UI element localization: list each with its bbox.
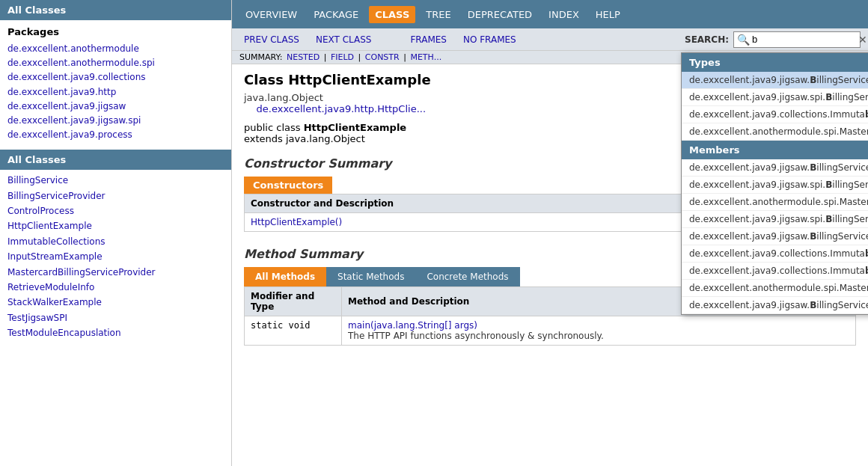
class-link-7[interactable]: MastercardBillingServiceProvider [7, 265, 224, 280]
bold-b-1: B [810, 75, 816, 85]
class-name-bold: HttpClientExample [304, 122, 407, 133]
dropdown-type-item-1[interactable]: de.exxcellent.java9.jigsaw.BillingServic… [682, 72, 868, 89]
member-item-4[interactable]: de.exxcellent.java9.jigsaw.spi.BillingSe… [682, 211, 868, 228]
member-item-9[interactable]: de.exxcellent.java9.jigsaw.BillingServic… [682, 297, 868, 314]
method-cell: main(java.lang.String[] args) The HTTP A… [342, 316, 856, 346]
dropdown-type-item-4[interactable]: de.exxcellent.anothermodule.spi.Masterca… [682, 123, 868, 141]
package-link-7[interactable]: de.exxcellent.java9.process [7, 128, 224, 142]
package-link-3[interactable]: de.exxcellent.java9.collections [7, 70, 224, 85]
bold-b-2: B [825, 92, 832, 102]
package-links: de.exxcellent.anothermodule de.exxcellen… [0, 40, 231, 144]
package-link-2[interactable]: de.exxcellent.anothermodule.spi [7, 56, 224, 70]
second-nav: PREV CLASS NEXT CLASS FRAMES NO FRAMES S… [232, 28, 868, 51]
extends-text: extends java.lang.Object [244, 133, 365, 144]
hierarchy-2-link[interactable]: de.exxcellent.java9.http.HttpClie... [257, 103, 427, 114]
top-nav: OVERVIEW PACKAGE CLASS TREE DEPRECATED I… [232, 0, 868, 28]
member-item-3[interactable]: de.exxcellent.anothermodule.spi.Masterca… [682, 194, 868, 211]
sidebar-all-classes-header[interactable]: All Classes [0, 0, 231, 20]
method-desc: The HTTP API functions asynchronously & … [348, 331, 604, 341]
class-link-4[interactable]: HttpClientExample [7, 218, 224, 233]
package-link-5[interactable]: de.exxcellent.java9.jigsaw [7, 99, 224, 114]
search-box-wrap[interactable]: 🔍 ✕ [733, 31, 861, 48]
summary-nav-text: SUMMARY: NESTED | FIELD | CONSTR | METH.… [239, 52, 443, 62]
method-link[interactable]: main(java.lang.String[] args) [348, 320, 477, 331]
class-link-11[interactable]: TestModuleEncapuslation [7, 325, 224, 340]
sidebar: All Classes Packages de.exxcellent.anoth… [0, 0, 232, 466]
class-list: BillingService BillingServiceProvider Co… [0, 170, 231, 343]
package-link-1[interactable]: de.exxcellent.anothermodule [7, 42, 224, 56]
types-header: Types [682, 53, 868, 72]
member-item-8[interactable]: de.exxcellent.anothermodule.spi.Masterca… [682, 280, 868, 297]
package-link-4[interactable]: de.exxcellent.java9.http [7, 85, 224, 99]
next-class-link[interactable]: NEXT CLASS [311, 33, 376, 46]
class-link-1[interactable]: BillingService [7, 173, 224, 188]
search-dropdown: Types de.exxcellent.java9.jigsaw.Billing… [681, 52, 868, 315]
class-link-6[interactable]: InputStreamExample [7, 249, 224, 264]
search-icon: 🔍 [737, 34, 750, 46]
nav-package[interactable]: PACKAGE [308, 6, 364, 23]
class-link-8[interactable]: RetrieveModuleInfo [7, 280, 224, 295]
hierarchy-1: java.lang.Object [244, 92, 323, 103]
meth-link[interactable]: METH... [410, 52, 441, 62]
nav-deprecated[interactable]: DEPRECATED [462, 6, 538, 23]
nav-overview[interactable]: OVERVIEW [239, 6, 303, 23]
bold-b-3: b [865, 109, 868, 120]
constructor-link[interactable]: HttpClientExample() [251, 217, 342, 227]
no-frames-link[interactable]: NO FRAMES [459, 33, 521, 46]
frames-link[interactable]: FRAMES [406, 33, 451, 46]
tab-all-methods[interactable]: All Methods [244, 267, 326, 286]
nav-tree[interactable]: TREE [420, 6, 456, 23]
prev-class-link[interactable]: PREV CLASS [239, 33, 304, 46]
members-list: de.exxcellent.java9.jigsaw.BillingServic… [682, 159, 868, 314]
method-col1-header: Modifier and Type [245, 287, 342, 316]
search-area: SEARCH: 🔍 ✕ [685, 31, 861, 48]
nav-class[interactable]: CLASS [369, 6, 415, 23]
method-modifier: static void [245, 316, 342, 346]
package-link-6[interactable]: de.exxcellent.java9.jigsaw.spi [7, 114, 224, 128]
dropdown-type-item-2[interactable]: de.exxcellent.java9.jigsaw.spi.BillingSe… [682, 89, 868, 106]
dropdown-type-item-3[interactable]: de.exxcellent.java9.collections.Immutabl… [682, 106, 868, 123]
search-input[interactable] [752, 34, 857, 45]
all-classes-section-header: All Classes [0, 150, 231, 170]
class-link-3[interactable]: ControlProcess [7, 203, 224, 218]
nested-link[interactable]: NESTED [287, 52, 320, 62]
table-row: static void main(java.lang.String[] args… [245, 316, 856, 346]
constructors-badge: Constructors [244, 177, 332, 194]
all-classes-link[interactable]: All Classes [7, 4, 66, 16]
member-item-1[interactable]: de.exxcellent.java9.jigsaw.BillingServic… [682, 159, 868, 177]
tab-concrete-methods[interactable]: Concrete Methods [415, 267, 519, 286]
class-link-5[interactable]: ImmutableCollections [7, 234, 224, 249]
members-header: Members [682, 141, 868, 159]
nav-index[interactable]: INDEX [542, 6, 585, 23]
member-item-6[interactable]: de.exxcellent.java9.collections.Immutabl… [682, 245, 868, 263]
close-icon[interactable]: ✕ [858, 34, 867, 46]
main-content: OVERVIEW PACKAGE CLASS TREE DEPRECATED I… [232, 0, 868, 466]
constr-link[interactable]: CONSTR [365, 52, 400, 62]
class-link-9[interactable]: StackWalkerExample [7, 295, 224, 310]
declaration-text: public class HttpClientExample [244, 122, 406, 133]
member-item-5[interactable]: de.exxcellent.java9.jigsaw.BillingServic… [682, 228, 868, 245]
nav-help[interactable]: HELP [590, 6, 626, 23]
member-item-2[interactable]: de.exxcellent.java9.jigsaw.spi.BillingSe… [682, 177, 868, 194]
search-label: SEARCH: [685, 34, 729, 45]
packages-title: Packages [0, 20, 231, 40]
class-link-2[interactable]: BillingServiceProvider [7, 188, 224, 203]
class-link-10[interactable]: TestJigsawSPI [7, 310, 224, 325]
field-link[interactable]: FIELD [331, 52, 354, 62]
tab-static-methods[interactable]: Static Methods [326, 267, 415, 286]
member-item-7[interactable]: de.exxcellent.java9.collections.Immutabl… [682, 263, 868, 280]
